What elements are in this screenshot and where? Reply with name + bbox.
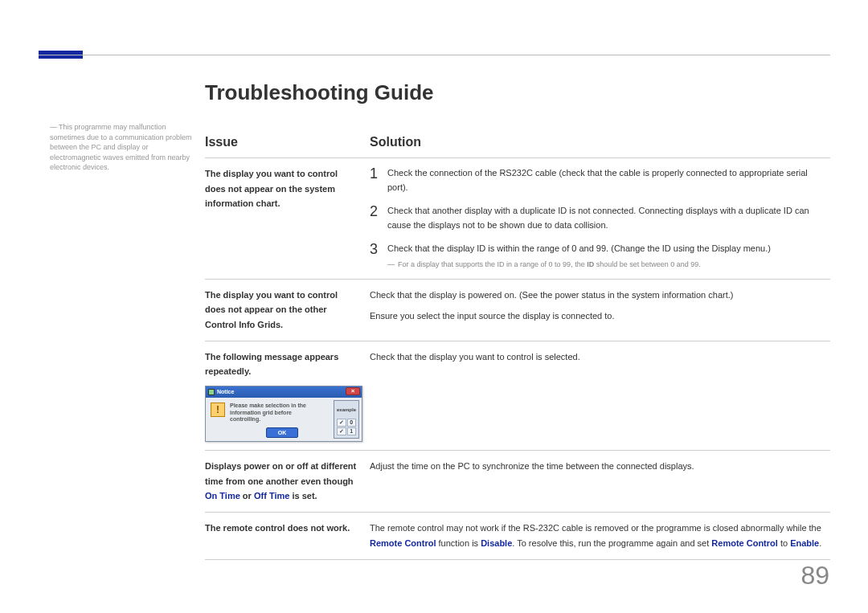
issue-cell: The remote control does not work. — [205, 521, 370, 550]
solution-cell: Check that the display you want to contr… — [370, 349, 830, 442]
solution-text: Check that the display is powered on. (S… — [370, 288, 830, 303]
table-row: The following message appears repeatedly… — [205, 341, 830, 450]
list-number: 2 — [370, 204, 387, 232]
grid-cell: 0 — [347, 419, 357, 427]
solution-cell: Check that the display is powered on. (S… — [370, 288, 830, 333]
example-label: example — [334, 401, 358, 414]
list-text: Check the connection of the RS232C cable… — [387, 166, 830, 194]
side-note-text: This programme may malfunction sometimes… — [50, 123, 192, 171]
grid-cell: ✓ — [337, 419, 346, 427]
issue-cell: Displays power on or off at different ti… — [205, 459, 370, 504]
table-row: The display you want to control does not… — [205, 157, 830, 279]
notice-dialog: Notice × ! Please make selection in the … — [205, 386, 362, 442]
issue-cell: The display you want to control does not… — [205, 166, 370, 271]
close-icon: × — [346, 387, 360, 395]
issue-header: Issue — [205, 135, 370, 149]
footnote: ―For a display that supports the ID in a… — [387, 260, 830, 271]
issue-cell: The display you want to control does not… — [205, 288, 370, 333]
side-note: ―This programme may malfunction sometime… — [50, 122, 194, 173]
table-header-row: Issue Solution — [205, 135, 830, 149]
top-divider — [39, 55, 830, 55]
list-number: 1 — [370, 166, 387, 194]
solution-cell: Adjust the time on the PC to synchronize… — [370, 459, 830, 504]
solution-cell: 1 Check the connection of the RS232C cab… — [370, 166, 830, 271]
solution-text: Ensure you select the input source the d… — [370, 309, 830, 324]
troubleshooting-table: Issue Solution The display you want to c… — [205, 135, 830, 560]
grid-cell: 1 — [347, 427, 357, 435]
grid-cell: ✓ — [337, 427, 346, 435]
warning-icon: ! — [211, 403, 225, 417]
dialog-title: Notice — [217, 387, 234, 397]
dialog-message: Please make selection in the information… — [230, 403, 317, 425]
table-row: The display you want to control does not… — [205, 279, 830, 341]
table-row: Displays power on or off at different ti… — [205, 450, 830, 512]
page-title: Troubleshooting Guide — [205, 80, 434, 105]
example-panel: example ✓ 0 ✓ 1 — [334, 400, 359, 439]
list-text: Check that the display ID is within the … — [387, 242, 771, 258]
issue-cell: The following message appears repeatedly… — [205, 349, 370, 442]
page-number: 89 — [800, 561, 829, 591]
list-text: Check that another display with a duplic… — [387, 204, 830, 232]
solution-cell: The remote control may not work if the R… — [370, 521, 830, 550]
list-number: 3 — [370, 242, 387, 258]
solution-header: Solution — [370, 135, 421, 149]
table-row: The remote control does not work. The re… — [205, 512, 830, 559]
ok-button: OK — [266, 427, 298, 438]
dialog-titlebar: Notice — [206, 386, 362, 398]
dialog-app-icon — [208, 389, 215, 395]
